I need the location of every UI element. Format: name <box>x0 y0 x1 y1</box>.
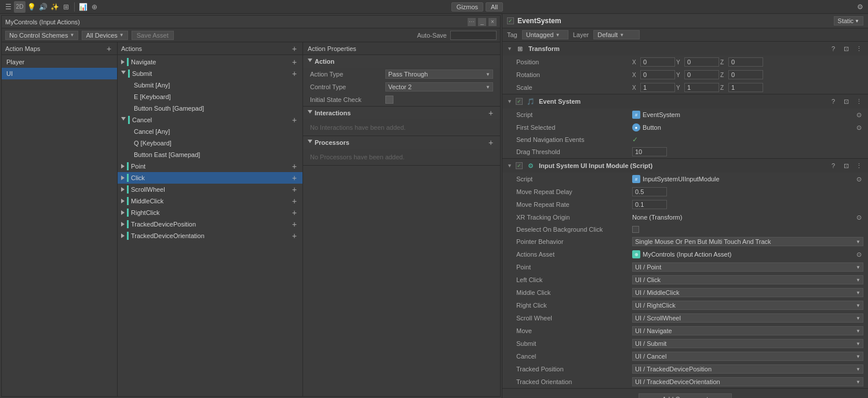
transform-header[interactable]: ▼ ⊞ Transform ? ⊡ ⋮ <box>502 42 868 56</box>
action-cancel[interactable]: Cancel + <box>118 114 302 126</box>
move-repeat-delay-input[interactable] <box>632 187 667 196</box>
save-asset-btn[interactable]: Save Asset <box>132 31 174 40</box>
effects-icon[interactable]: ✨ <box>49 1 60 13</box>
action-type-dropdown[interactable]: Pass Through <box>385 70 493 79</box>
rot-y-input[interactable] <box>684 70 719 79</box>
xr-tracking-link-btn[interactable]: ⊙ <box>854 213 863 222</box>
scale-z-input[interactable] <box>728 83 763 92</box>
rightclick-add-btn[interactable]: + <box>290 208 299 217</box>
right-click-dropdown[interactable]: UI / RightClick <box>632 301 863 310</box>
no-control-schemes-btn[interactable]: No Control Schemes <box>5 31 78 40</box>
action-rightclick[interactable]: RightClick + <box>118 207 302 218</box>
middle-click-dropdown[interactable]: UI / MiddleClick <box>632 288 863 297</box>
cancel-any[interactable]: Cancel [Any] <box>118 126 302 137</box>
scrollwheel-add-btn[interactable]: + <box>290 185 299 194</box>
input-module-expand-btn[interactable]: ⊡ <box>841 161 851 170</box>
scale-x-input[interactable] <box>640 83 675 92</box>
stats-icon[interactable]: 📊 <box>77 1 89 13</box>
button-east-gamepad[interactable]: Button East [Gamepad] <box>118 149 302 160</box>
close-btn[interactable]: × <box>488 18 497 26</box>
audio-icon[interactable]: 🔊 <box>37 1 49 13</box>
input-module-enabled[interactable] <box>516 162 523 169</box>
event-system-enabled[interactable] <box>516 98 523 105</box>
action-navigate[interactable]: Navigate + <box>118 56 302 68</box>
event-system-options-btn[interactable]: ⋮ <box>854 97 863 106</box>
rot-z-input[interactable] <box>728 70 763 79</box>
light-icon[interactable]: 💡 <box>25 1 37 13</box>
middleclick-add-btn[interactable]: + <box>290 196 299 206</box>
more-options-btn[interactable]: ⋯ <box>468 18 476 26</box>
pos-x-input[interactable] <box>640 57 675 67</box>
control-type-dropdown[interactable]: Vector 2 <box>385 82 493 92</box>
static-btn[interactable]: Static <box>834 16 863 25</box>
grid-icon[interactable]: ⊞ <box>60 1 72 13</box>
input-module-header[interactable]: ▼ ⚙ Input System UI Input Module (Script… <box>502 159 868 173</box>
first-selected-link-btn[interactable]: ⊙ <box>854 123 863 132</box>
move-repeat-rate-input[interactable] <box>632 200 667 209</box>
point-add-btn[interactable]: + <box>290 162 299 171</box>
pointer-behavior-dropdown[interactable]: Single Mouse Or Pen But Multi Touch And … <box>632 237 863 246</box>
action-section-header[interactable]: Action <box>303 55 500 68</box>
submit-any[interactable]: Submit [Any] <box>118 79 302 91</box>
submit-add-btn[interactable]: + <box>290 69 299 78</box>
event-system-header[interactable]: ▼ 🎵 Event System ? ⊡ ⋮ <box>502 94 868 108</box>
drag-threshold-input[interactable] <box>632 147 667 156</box>
move-dropdown[interactable]: UI / Navigate <box>632 326 863 335</box>
transform-expand-btn[interactable]: ⊡ <box>841 44 851 53</box>
tracked-position-dropdown[interactable]: UI / TrackedDevicePosition <box>632 364 863 374</box>
rot-x-input[interactable] <box>640 70 675 79</box>
transform-help-btn[interactable]: ? <box>829 44 838 53</box>
action-submit[interactable]: Submit + <box>118 68 302 79</box>
add-interaction-btn[interactable]: + <box>486 108 495 118</box>
active-checkbox[interactable] <box>507 17 514 24</box>
action-click[interactable]: Click + <box>118 172 302 184</box>
scroll-wheel-dropdown[interactable]: UI / ScrollWheel <box>632 313 863 323</box>
action-scrollwheel[interactable]: ScrollWheel + <box>118 184 302 195</box>
processors-header[interactable]: Processors + <box>303 136 500 149</box>
action-middleclick[interactable]: MiddleClick + <box>118 195 302 207</box>
action-point[interactable]: Point + <box>118 160 302 172</box>
menu-icon[interactable]: ☰ <box>2 1 14 13</box>
tracked-orient-add-btn[interactable]: + <box>290 231 299 240</box>
2d-toggle[interactable]: 2D <box>14 1 25 13</box>
tracked-pos-add-btn[interactable]: + <box>290 220 299 229</box>
send-nav-checkbox[interactable]: ✓ <box>632 136 638 144</box>
add-component-btn[interactable]: Add Component <box>639 393 732 398</box>
point-dropdown[interactable]: UI / Point <box>632 262 863 272</box>
pos-y-input[interactable] <box>684 57 719 67</box>
layer-dropdown[interactable]: Default <box>593 30 640 39</box>
search-input[interactable] <box>450 31 497 40</box>
navigate-add-btn[interactable]: + <box>290 57 299 67</box>
deselect-checkbox[interactable] <box>632 226 639 233</box>
button-south-gamepad[interactable]: Button South [Gamepad] <box>118 103 302 114</box>
e-keyboard[interactable]: E [Keyboard] <box>118 91 302 103</box>
click-add-btn[interactable]: + <box>290 173 299 182</box>
submit-dropdown[interactable]: UI / Submit <box>632 339 863 348</box>
pos-z-input[interactable] <box>728 57 763 67</box>
layers-icon[interactable]: ⊕ <box>89 1 100 13</box>
all-devices-btn[interactable]: All Devices <box>82 31 127 40</box>
action-tracked-orientation[interactable]: TrackedDeviceOrientation + <box>118 230 302 242</box>
scale-y-input[interactable] <box>684 83 719 92</box>
initial-state-checkbox[interactable] <box>385 96 393 104</box>
input-module-help-btn[interactable]: ? <box>829 161 838 170</box>
tracked-orientation-dropdown[interactable]: UI / TrackedDeviceOrientation <box>632 377 863 386</box>
interactions-header[interactable]: Interactions + <box>303 107 500 119</box>
tag-dropdown[interactable]: Untagged <box>522 30 568 39</box>
actions-asset-link-btn[interactable]: ⊙ <box>854 250 863 259</box>
add-action-map-btn[interactable]: + <box>104 44 114 53</box>
cancel-dropdown[interactable]: UI / Cancel <box>632 352 863 361</box>
event-system-help-btn[interactable]: ? <box>829 97 838 106</box>
transform-options-btn[interactable]: ⋮ <box>854 44 863 53</box>
q-keyboard[interactable]: Q [Keyboard] <box>118 137 302 149</box>
add-processor-btn[interactable]: + <box>486 138 495 147</box>
event-system-expand-btn[interactable]: ⊡ <box>841 97 851 106</box>
gizmos-btn[interactable]: Gizmos <box>451 2 483 12</box>
action-tracked-position[interactable]: TrackedDevicePosition + <box>118 218 302 230</box>
add-action-btn[interactable]: + <box>290 44 299 53</box>
es-script-link-btn[interactable]: ⊙ <box>854 110 863 119</box>
cancel-add-btn[interactable]: + <box>290 115 299 125</box>
minimize-btn[interactable]: _ <box>478 18 486 26</box>
im-script-link-btn[interactable]: ⊙ <box>854 174 863 184</box>
all-btn[interactable]: All <box>486 2 503 12</box>
